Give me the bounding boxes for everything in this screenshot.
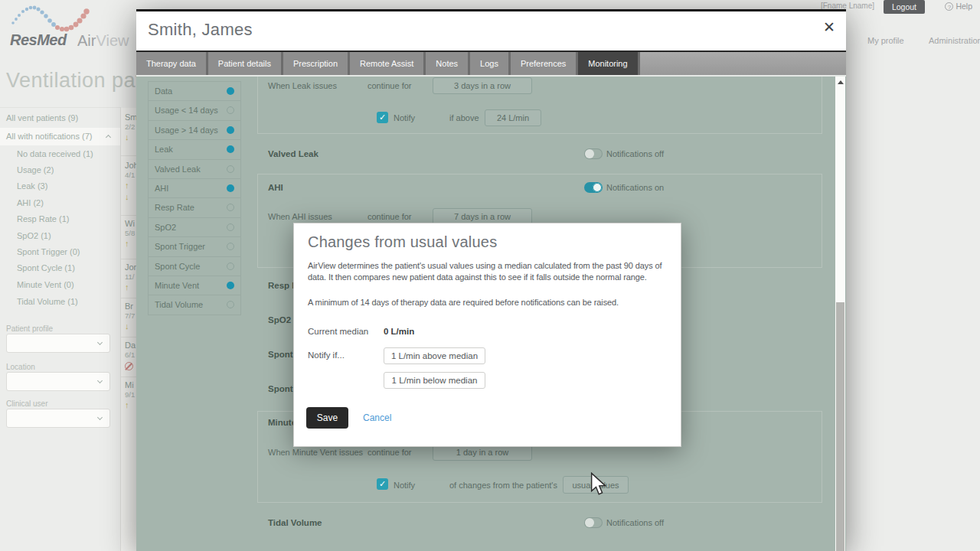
help-label: Help	[956, 2, 972, 11]
tidal-volume-toggle-label: Notifications off	[606, 517, 664, 528]
minute-vent-notify-checkbox[interactable]: ✓	[377, 478, 388, 490]
monitor-menu-item-spo2[interactable]: SpO2	[149, 218, 240, 237]
no-data-icon	[125, 362, 133, 370]
sidebar-item-all-vent-patients[interactable]: All vent patients (9)	[6, 113, 78, 122]
monitor-menu-item-resp-rate[interactable]: Resp Rate	[149, 198, 240, 217]
administration-link[interactable]: Administration	[929, 36, 980, 45]
notify-label: Notify	[394, 480, 415, 491]
tab-remote-assist[interactable]: Remote Assist	[350, 52, 426, 75]
when-minute-vent-issues-label: When Minute Vent issues	[268, 447, 363, 458]
help-icon: ?	[945, 2, 953, 11]
notification-dot-icon	[227, 282, 234, 289]
tidal-volume-toggle[interactable]	[584, 517, 603, 528]
monitor-menu-item-data[interactable]: Data	[149, 82, 240, 101]
tab-monitoring[interactable]: Monitoring	[578, 52, 639, 75]
location-select[interactable]	[6, 372, 110, 391]
sidebar-item-resp-rate[interactable]: Resp Rate (1)	[17, 214, 69, 223]
notification-dot-icon	[227, 165, 234, 173]
notification-dot-icon	[227, 223, 234, 231]
clinical-user-select[interactable]	[6, 409, 110, 428]
monitor-menu-item-usage-gt-14[interactable]: Usage > 14 days	[149, 121, 240, 140]
sidebar-item-ahi[interactable]: AHI (2)	[17, 198, 44, 207]
sidebar-item-usage[interactable]: Usage (2)	[17, 165, 54, 174]
sidebar-item-all-with-notifications[interactable]: All with notifications (7)	[6, 132, 93, 141]
close-icon[interactable]: ✕	[823, 18, 835, 36]
airview-wordmark: AirView	[77, 32, 129, 50]
spo2-title: SpO2	[268, 315, 291, 325]
ahi-title: AHI	[268, 182, 283, 193]
airview-view: View	[96, 32, 129, 49]
monitor-menu-item-tidal-volume[interactable]: Tidal Volume	[149, 295, 240, 315]
tab-logs[interactable]: Logs	[470, 52, 511, 75]
notification-dot-icon	[227, 243, 234, 250]
monitor-menu-item-ahi[interactable]: AHI	[149, 179, 240, 198]
monitor-menu-item-spont-cycle[interactable]: Spont Cycle	[149, 257, 240, 276]
valved-leak-toggle-label: Notifications off	[606, 148, 664, 159]
ahi-toggle-label: Notifications on	[606, 182, 664, 193]
my-profile-link[interactable]: My profile	[867, 36, 904, 45]
patient-profile-label: Patient profile	[6, 324, 53, 333]
tidal-volume-title: Tidal Volume	[268, 517, 322, 528]
tab-notes[interactable]: Notes	[426, 52, 470, 75]
leak-notify-checkbox[interactable]: ✓	[377, 112, 388, 123]
tab-therapy-data[interactable]: Therapy data	[136, 52, 208, 75]
leak-threshold-button[interactable]: 24 L/min	[485, 109, 541, 126]
monitor-menu-item-spont-trigger[interactable]: Spont Trigger	[149, 237, 240, 256]
continue-for-label: continue for	[368, 211, 411, 222]
content-scrollbar[interactable]	[835, 77, 845, 551]
of-changes-label: of changes from the patient's	[449, 480, 557, 491]
tab-preferences[interactable]: Preferences	[511, 52, 578, 75]
clinical-user-label: Clinical user	[6, 399, 47, 408]
below-median-button[interactable]: 1 L/min below median	[384, 372, 485, 389]
ahi-toggle[interactable]	[584, 182, 603, 193]
notification-dot-icon	[227, 106, 234, 114]
notification-dot-icon	[227, 262, 234, 270]
patient-dialog-tabbar: Therapy data Patient details Prescriptio…	[136, 51, 846, 75]
valved-leak-toggle[interactable]	[584, 148, 603, 159]
notification-dot-icon	[227, 126, 234, 134]
valved-leak-title: Valved Leak	[268, 148, 318, 159]
sidebar-item-spont-cycle[interactable]: Spont Cycle (1)	[17, 263, 75, 272]
continue-for-label: continue for	[368, 80, 411, 91]
save-button[interactable]: Save	[306, 407, 348, 429]
above-median-button[interactable]: 1 L/min above median	[384, 347, 485, 364]
notify-if-label: Notify if...	[308, 350, 345, 360]
patient-profile-select[interactable]	[6, 334, 110, 353]
modal-description: AirView determines the patient's usual v…	[308, 260, 669, 283]
patient-dialog-title: Smith, James	[148, 20, 253, 40]
sidebar-item-leak[interactable]: Leak (3)	[17, 181, 47, 191]
modal-title: Changes from usual values	[308, 233, 497, 251]
tab-prescription[interactable]: Prescription	[283, 52, 350, 75]
cancel-link[interactable]: Cancel	[363, 412, 391, 423]
leak-duration-button[interactable]: 3 days in a row	[433, 77, 532, 94]
resmed-logo-wave-icon	[9, 3, 92, 34]
location-label: Location	[6, 363, 35, 371]
if-above-label: if above	[449, 112, 479, 123]
current-median-value: 0 L/min	[384, 327, 414, 336]
logout-button[interactable]: Logout	[884, 0, 925, 14]
sidebar-item-spo2[interactable]: SpO2 (1)	[17, 231, 51, 240]
modal-minimum-days-note: A minimum of 14 days of therapy data are…	[308, 297, 669, 308]
notification-dot-icon	[227, 301, 234, 308]
sidebar-item-minute-vent[interactable]: Minute Vent (0)	[17, 280, 74, 289]
tab-patient-details[interactable]: Patient details	[208, 52, 283, 75]
monitor-menu-item-leak[interactable]: Leak	[149, 140, 240, 159]
changes-from-usual-values-modal: Changes from usual values AirView determ…	[293, 223, 681, 447]
notification-dot-icon	[227, 204, 234, 211]
mouse-cursor-icon	[590, 472, 607, 497]
monitor-menu-item-minute-vent[interactable]: Minute Vent	[149, 276, 240, 295]
notification-dot-icon	[227, 184, 234, 192]
sidebar-item-tidal-volume[interactable]: Tidal Volume (1)	[17, 297, 78, 306]
resmed-wordmark: ResMed	[10, 31, 67, 49]
help-link[interactable]: ? Help	[945, 2, 972, 11]
monitor-menu-item-valved-leak[interactable]: Valved Leak	[149, 160, 240, 179]
when-leak-issues-label: When Leak issues	[268, 80, 337, 91]
scrollbar-thumb[interactable]	[836, 302, 844, 551]
monitor-menu-item-usage-lt-14[interactable]: Usage < 14 days	[149, 101, 240, 120]
monitoring-menu: Data Usage < 14 days Usage > 14 days Lea…	[148, 81, 241, 315]
scrollbar-up-arrow-icon[interactable]	[838, 80, 844, 84]
sidebar-item-no-data-received[interactable]: No data received (1)	[17, 149, 93, 158]
notification-dot-icon	[227, 87, 234, 95]
sidebar-item-spont-trigger[interactable]: Spont Trigger (0)	[17, 247, 80, 256]
airview-air: Air	[77, 32, 96, 49]
